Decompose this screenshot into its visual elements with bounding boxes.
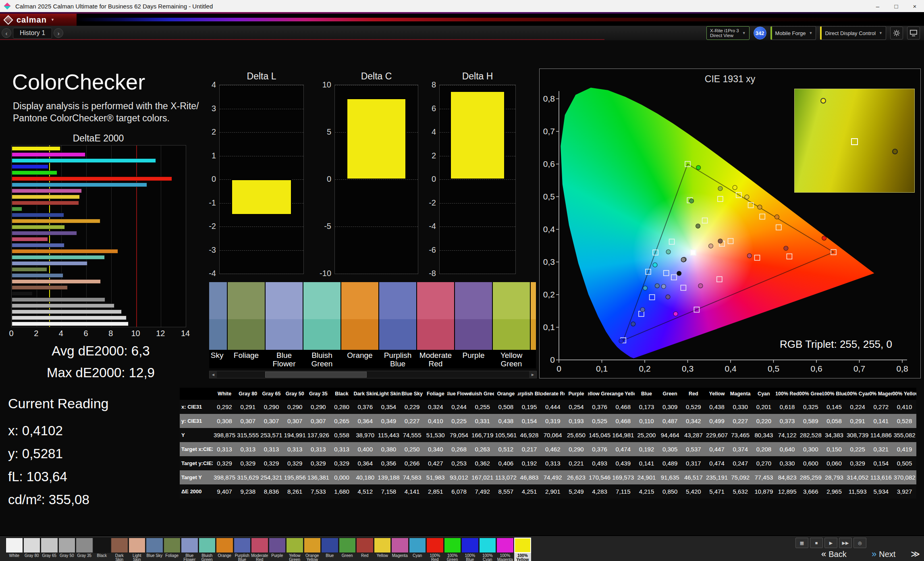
patch-swatch[interactable] bbox=[391, 538, 409, 553]
patch-swatch[interactable] bbox=[269, 538, 286, 553]
patch-item[interactable]: Blue Flower bbox=[181, 538, 199, 561]
scroll-right-button[interactable]: ► bbox=[529, 371, 536, 378]
strip-patch[interactable]: Yellow Green bbox=[493, 282, 530, 368]
patch-item[interactable]: Orange bbox=[216, 538, 234, 561]
patch-item[interactable]: 100% Red bbox=[426, 538, 444, 561]
patch-item[interactable]: Yellow bbox=[374, 538, 392, 561]
layout-button[interactable]: ▦ bbox=[795, 538, 808, 548]
strip-patch[interactable]: Purple bbox=[455, 282, 492, 368]
patch-item[interactable]: Purple bbox=[269, 538, 287, 561]
maximize-button[interactable]: □ bbox=[887, 0, 905, 12]
tab-prev-button[interactable]: ‹ bbox=[2, 28, 11, 38]
patch-swatch[interactable] bbox=[286, 538, 303, 553]
next-button[interactable]: » Next bbox=[872, 549, 895, 559]
tab-history-1[interactable]: History 1 bbox=[13, 28, 52, 39]
scrollbar-track[interactable] bbox=[217, 371, 529, 378]
skip-button[interactable]: ▶▶ bbox=[839, 538, 852, 548]
patch-swatch[interactable] bbox=[216, 538, 233, 553]
patch-swatch[interactable] bbox=[181, 538, 198, 553]
status-badge[interactable]: 342 bbox=[754, 27, 766, 39]
patch-swatch[interactable] bbox=[339, 538, 356, 553]
patch-item[interactable]: Yellow Green bbox=[286, 538, 304, 561]
table-cell: 0,427 bbox=[424, 456, 447, 470]
strip-scrollbar[interactable]: ◄ ► bbox=[209, 371, 537, 378]
deltae-bar-row bbox=[12, 309, 186, 315]
settings-button[interactable] bbox=[890, 27, 903, 39]
meter-selector[interactable]: X-Rite i1Pro 3 Direct View ▼ bbox=[706, 26, 750, 40]
patch-swatch[interactable] bbox=[514, 538, 532, 553]
play-button[interactable]: ▶ bbox=[824, 538, 837, 548]
patch-item[interactable]: 100% Cyan bbox=[479, 538, 497, 561]
strip-patch[interactable]: Purplish Blue bbox=[379, 282, 416, 368]
patch-swatch[interactable] bbox=[304, 538, 321, 553]
patch-swatch[interactable] bbox=[461, 538, 479, 553]
patch-item[interactable]: Moderate Red bbox=[251, 538, 269, 561]
patch-swatch[interactable] bbox=[41, 538, 58, 553]
patch-swatch[interactable] bbox=[23, 538, 41, 553]
patch-swatch[interactable] bbox=[479, 538, 496, 553]
patch-item[interactable]: Purplish Blue bbox=[234, 538, 251, 561]
back-button[interactable]: « Back bbox=[821, 549, 847, 559]
patch-swatch[interactable] bbox=[164, 538, 181, 553]
patch-swatch[interactable] bbox=[251, 538, 268, 553]
minimize-button[interactable]: – bbox=[868, 0, 887, 12]
patch-swatch[interactable] bbox=[199, 538, 216, 553]
patch-swatch[interactable] bbox=[6, 538, 23, 553]
patch-swatch[interactable] bbox=[426, 538, 444, 553]
patch-item[interactable]: 100% Yellow bbox=[514, 538, 532, 561]
patch-item[interactable]: Gray 50 bbox=[58, 538, 76, 561]
patch-item[interactable]: 100% Blue bbox=[461, 538, 479, 561]
workspace-button[interactable] bbox=[907, 27, 920, 39]
patch-item[interactable]: Gray 35 bbox=[76, 538, 93, 561]
expand-button[interactable]: ≫ bbox=[911, 549, 920, 559]
strip-patch[interactable]: Orange bbox=[341, 282, 378, 368]
patch-item[interactable]: Dark Skin bbox=[111, 538, 129, 561]
stop-button[interactable]: ■ bbox=[810, 538, 823, 548]
scroll-left-button[interactable]: ◄ bbox=[210, 371, 217, 378]
patch-item[interactable]: Green bbox=[339, 538, 357, 561]
patch-item[interactable]: Black bbox=[93, 538, 111, 561]
patch-item[interactable]: Light Skin bbox=[129, 538, 146, 561]
patch-item[interactable]: Blue Sky bbox=[146, 538, 164, 561]
patch-swatch[interactable] bbox=[234, 538, 251, 553]
patch-swatch[interactable] bbox=[146, 538, 163, 553]
cie-y-axis-label: 0,4 bbox=[540, 224, 555, 234]
patch-item[interactable]: Gray 80 bbox=[23, 538, 41, 561]
patch-swatch[interactable] bbox=[321, 538, 338, 553]
strip-patch[interactable]: Blue Sky bbox=[209, 282, 227, 368]
strip-patch[interactable]: Bluish Green bbox=[303, 282, 341, 368]
display-control-selector[interactable]: Direct Display Control ▼ bbox=[820, 26, 886, 40]
patch-swatch[interactable] bbox=[409, 538, 426, 553]
capture-button[interactable]: ◎ bbox=[853, 538, 866, 548]
tab-next-button[interactable]: › bbox=[54, 28, 63, 38]
patch-item[interactable]: Magenta bbox=[391, 538, 409, 561]
patch-item[interactable]: Blue bbox=[321, 538, 339, 561]
delta-gridline bbox=[220, 85, 303, 85]
close-button[interactable]: × bbox=[905, 0, 924, 12]
patch-swatch[interactable] bbox=[444, 538, 461, 553]
patch-item[interactable]: White bbox=[6, 538, 23, 561]
patch-item[interactable]: Bluish Green bbox=[199, 538, 216, 561]
patch-swatch[interactable] bbox=[93, 538, 111, 553]
patch-item[interactable]: Red bbox=[356, 538, 374, 561]
patch-swatch[interactable] bbox=[111, 538, 128, 553]
patch-swatch[interactable] bbox=[58, 538, 76, 553]
patch-item[interactable]: Orange Yellow bbox=[304, 538, 322, 561]
scrollbar-thumb[interactable] bbox=[265, 372, 367, 378]
patch-item[interactable]: Cyan bbox=[409, 538, 427, 561]
strip-patch[interactable]: Blue Flower bbox=[266, 282, 303, 368]
patch-swatch[interactable] bbox=[76, 538, 93, 553]
patch-swatch[interactable] bbox=[129, 538, 146, 553]
patch-item[interactable]: Gray 65 bbox=[41, 538, 58, 561]
patch-swatch[interactable] bbox=[356, 538, 374, 553]
pattern-source-selector[interactable]: Mobile Forge ▼ bbox=[770, 26, 816, 40]
patch-item[interactable]: 100% Magenta bbox=[496, 538, 514, 561]
strip-patch[interactable]: Foliage bbox=[228, 282, 265, 368]
calman-logo-menu[interactable]: calman ▼ bbox=[0, 14, 77, 26]
strip-patch[interactable]: Orange Yellow bbox=[531, 282, 536, 368]
patch-item[interactable]: 100% Green bbox=[444, 538, 462, 561]
patch-swatch[interactable] bbox=[374, 538, 391, 553]
patch-item[interactable]: Foliage bbox=[164, 538, 181, 561]
strip-patch[interactable]: Moderate Red bbox=[417, 282, 454, 368]
patch-swatch[interactable] bbox=[496, 538, 514, 553]
